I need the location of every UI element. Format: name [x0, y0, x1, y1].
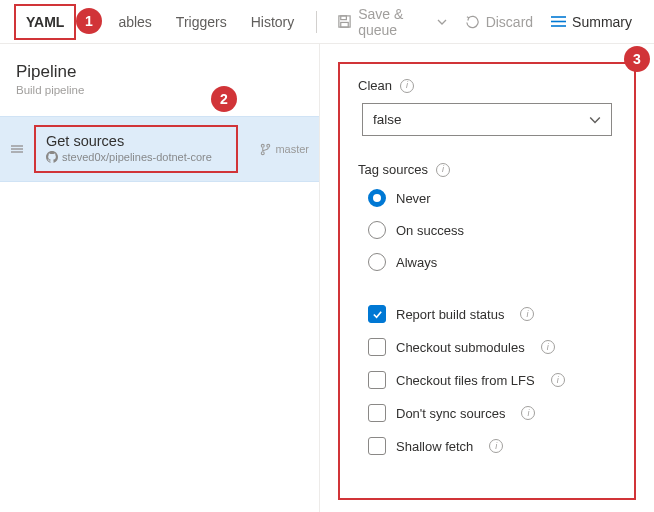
pipeline-subtitle: Build pipeline — [16, 84, 303, 96]
info-icon[interactable]: i — [521, 406, 535, 420]
check-label: Checkout submodules — [396, 340, 525, 355]
svg-point-11 — [262, 151, 265, 154]
radio-label: Always — [396, 255, 437, 270]
radio-label: Never — [396, 191, 431, 206]
options-checkboxes: Report build status i Checkout submodule… — [368, 305, 616, 455]
radio-indicator — [368, 221, 386, 239]
right-pane: 3 Clean i false Tag sources i Never — [320, 44, 654, 512]
tab-strip: YAML 1 ables Triggers History — [14, 4, 306, 40]
tag-sources-label: Tag sources — [358, 162, 428, 177]
info-icon[interactable]: i — [489, 439, 503, 453]
clean-label: Clean — [358, 78, 392, 93]
info-icon[interactable]: i — [551, 373, 565, 387]
discard-button[interactable]: Discard — [457, 8, 541, 36]
branch-icon — [260, 143, 271, 156]
info-icon[interactable]: i — [520, 307, 534, 321]
radio-on-success[interactable]: On success — [368, 221, 616, 239]
toolbar-actions: Save & queue Discard Summary — [306, 0, 640, 44]
svg-rect-1 — [341, 16, 347, 20]
check-shallow-fetch[interactable]: Shallow fetch i — [368, 437, 616, 455]
clean-select[interactable]: false — [362, 103, 612, 136]
tag-sources-radios: Never On success Always — [368, 189, 616, 271]
info-icon[interactable]: i — [400, 79, 414, 93]
task-repo-row: steved0x/pipelines-dotnet-core — [46, 151, 226, 163]
discard-label: Discard — [486, 14, 533, 30]
radio-never[interactable]: Never — [368, 189, 616, 207]
tab-variables-partial[interactable]: ables — [106, 4, 163, 40]
tab-yaml[interactable]: YAML — [14, 4, 76, 40]
check-dont-sync-sources[interactable]: Don't sync sources i — [368, 404, 616, 422]
clean-value: false — [373, 112, 402, 127]
get-sources-box: Get sources steved0x/pipelines-dotnet-co… — [34, 125, 238, 173]
info-icon[interactable]: i — [436, 163, 450, 177]
clean-label-row: Clean i — [358, 78, 616, 93]
callout-badge-1: 1 — [76, 8, 102, 34]
github-icon — [46, 151, 58, 163]
undo-icon — [465, 14, 480, 29]
properties-panel: Clean i false Tag sources i Never — [338, 62, 636, 500]
task-repo: steved0x/pipelines-dotnet-core — [62, 151, 212, 163]
toolbar-divider — [316, 11, 317, 33]
radio-always[interactable]: Always — [368, 253, 616, 271]
radio-indicator — [368, 253, 386, 271]
svg-point-9 — [262, 144, 265, 147]
list-icon — [551, 15, 566, 28]
radio-indicator — [368, 189, 386, 207]
check-checkout-submodules[interactable]: Checkout submodules i — [368, 338, 616, 356]
checkbox-indicator — [368, 437, 386, 455]
pipeline-header: Pipeline Build pipeline — [0, 44, 319, 116]
checkbox-indicator — [368, 404, 386, 422]
check-label: Checkout files from LFS — [396, 373, 535, 388]
checkbox-indicator — [368, 371, 386, 389]
tag-sources-label-row: Tag sources i — [358, 162, 616, 177]
checkbox-indicator — [368, 338, 386, 356]
save-icon — [337, 14, 352, 29]
info-icon[interactable]: i — [541, 340, 555, 354]
summary-label: Summary — [572, 14, 632, 30]
svg-point-10 — [267, 144, 270, 147]
branch-chip: master — [260, 143, 309, 156]
branch-name: master — [275, 143, 309, 155]
drag-handle-icon[interactable] — [10, 142, 24, 156]
chevron-down-icon — [589, 114, 601, 126]
tab-history[interactable]: History — [239, 4, 307, 40]
radio-label: On success — [396, 223, 464, 238]
chevron-down-icon — [437, 17, 447, 27]
save-queue-label: Save & queue — [358, 6, 431, 38]
get-sources-row[interactable]: Get sources steved0x/pipelines-dotnet-co… — [0, 116, 319, 182]
check-label: Shallow fetch — [396, 439, 473, 454]
task-title: Get sources — [46, 133, 226, 149]
svg-rect-2 — [341, 22, 349, 27]
pipeline-title: Pipeline — [16, 62, 303, 82]
check-label: Report build status — [396, 307, 504, 322]
summary-button[interactable]: Summary — [543, 8, 640, 36]
check-report-build-status[interactable]: Report build status i — [368, 305, 616, 323]
checkbox-indicator — [368, 305, 386, 323]
left-pane: Pipeline Build pipeline 2 Get sources st… — [0, 44, 320, 512]
check-checkout-lfs[interactable]: Checkout files from LFS i — [368, 371, 616, 389]
save-queue-button[interactable]: Save & queue — [329, 0, 455, 44]
callout-badge-2: 2 — [211, 86, 237, 112]
tab-triggers[interactable]: Triggers — [164, 4, 239, 40]
check-label: Don't sync sources — [396, 406, 505, 421]
callout-badge-3: 3 — [624, 46, 650, 72]
top-toolbar: YAML 1 ables Triggers History Save & que… — [0, 0, 654, 44]
